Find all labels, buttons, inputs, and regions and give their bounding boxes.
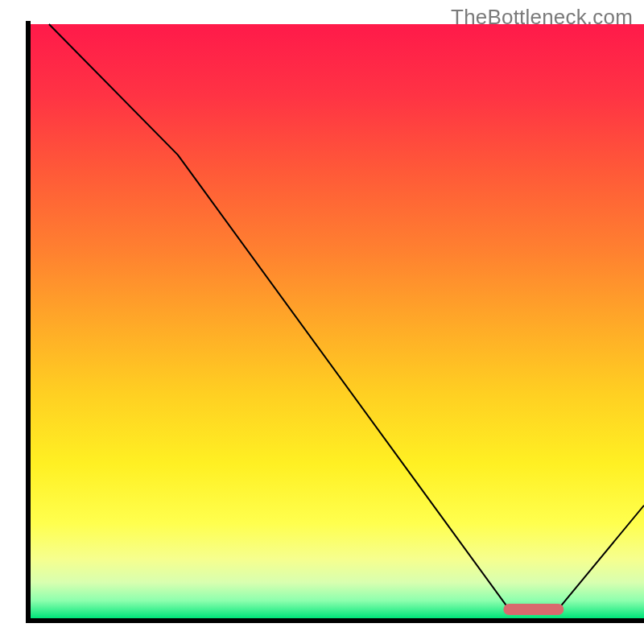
plot-background — [31, 24, 644, 618]
bottleneck-chart — [0, 0, 644, 644]
optimal-marker — [503, 604, 564, 615]
watermark-text: TheBottleneck.com — [451, 5, 633, 30]
chart-container: TheBottleneck.com — [0, 0, 644, 644]
